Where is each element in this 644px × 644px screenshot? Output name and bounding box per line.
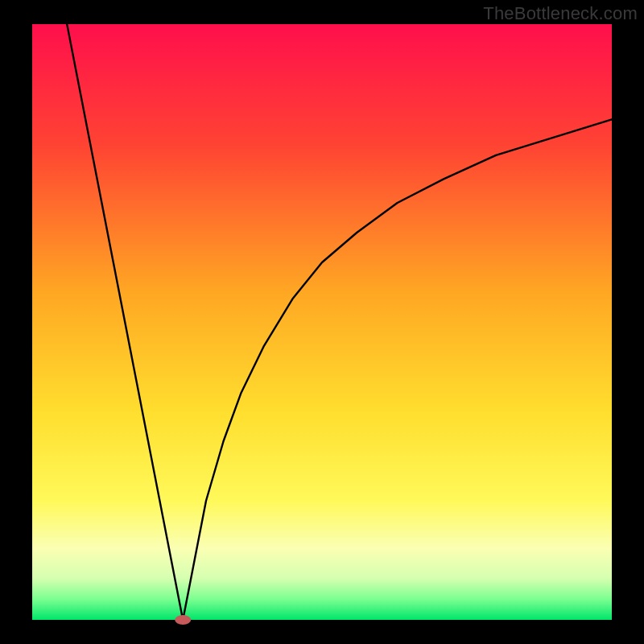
watermark: TheBottleneck.com	[483, 3, 638, 24]
bottleneck-gradient-chart	[0, 0, 644, 644]
